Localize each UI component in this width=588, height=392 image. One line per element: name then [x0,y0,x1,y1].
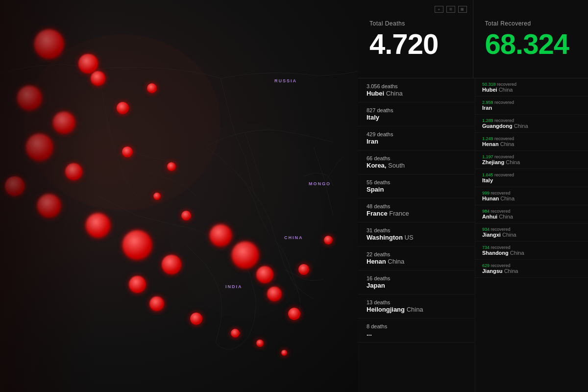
infection-dot [53,112,75,134]
infection-dot [288,308,300,320]
recovered-count: 1.249 recovered [482,136,581,141]
infection-dot [162,255,181,274]
stats-row: ≡ ⊞ ▦ Total Deaths 4.720 Total Recovered… [358,0,588,78]
recovered-count: 1.289 recovered [482,118,581,123]
death-location: Hubei China [367,90,466,97]
infection-dot [122,230,152,260]
infection-dot [267,287,282,301]
infection-dot [298,264,309,275]
recovered-list-item: 1.045 recovered Italy [475,169,588,187]
death-location: France France [367,210,466,217]
map-country-label: CHINA [284,235,303,240]
icon-list[interactable]: ≡ [435,6,443,13]
infection-dot [256,340,264,347]
death-count: 55 deaths [367,179,466,185]
recovered-list-item: 50.318 recovered Hubei China [475,78,588,97]
recovered-list-item: 2.959 recovered Iran [475,97,588,115]
recovered-location: Italy [482,177,581,183]
death-location: Japan [367,282,466,289]
map-country-label: MONGO [309,181,331,186]
infection-dot [91,71,105,86]
map-country-label: INDIA [225,284,243,289]
view-icons: ≡ ⊞ ▦ [435,6,467,13]
svg-point-1 [167,122,323,318]
death-list-item: 22 deaths Henan China [358,246,475,270]
infection-dot [153,193,161,200]
icon-grid[interactable]: ⊞ [446,6,455,13]
infection-dot [210,224,232,246]
infection-dot [281,350,287,356]
recovered-count: 999 recovered [482,191,581,196]
infection-dot [37,194,61,218]
infection-dot [181,211,191,220]
death-list-item: 13 deaths Heilongjiang China [358,294,475,318]
infection-dot [65,163,82,180]
recovered-location: Jiangxi China [482,232,581,238]
recovered-location: Iran [482,105,581,111]
recovered-list-item: 1.289 recovered Guangdong China [475,115,588,133]
map-section: RUSSIAMONGOCHINAINDIA [0,0,358,392]
recovered-location: Anhui China [482,214,581,220]
map-country-label: RUSSIA [274,78,297,83]
deaths-list: 3.056 deaths Hubei China 827 deaths Ital… [358,78,475,392]
recovered-location: Zhejiang China [482,159,581,165]
deaths-value: 4.720 [369,30,438,58]
recovered-count: 1.197 recovered [482,154,581,159]
death-list-item: 55 deaths Spain [358,174,475,198]
icon-qr[interactable]: ▦ [458,6,467,13]
infection-dot [256,266,273,283]
recovered-list-item: 1.197 recovered Zhejiang China [475,151,588,169]
recovered-location: Shandong China [482,250,581,256]
recovered-count: 2.959 recovered [482,100,581,105]
death-list-item: 48 deaths France France [358,198,475,222]
death-count: 8 deaths [367,323,466,329]
total-recovered-box: Total Recovered 68.324 [473,0,588,78]
death-list-item: 31 deaths Washington US [358,222,475,246]
infection-dot [122,147,133,157]
infection-dot [86,213,110,238]
death-location: Spain [367,186,466,193]
death-list-item: 3.056 deaths Hubei China [358,78,475,102]
recovered-list-item: 984 recovered Anhui China [475,205,588,223]
death-list-item: 16 deaths Japan [358,270,475,294]
recovered-location: Hubei China [482,87,581,93]
death-count: 66 deaths [367,155,466,161]
death-list-item: 66 deaths Korea, South [358,150,475,174]
recovered-list-item: 629 recovered Jiangsu China [475,260,588,278]
death-count: 22 deaths [367,251,466,257]
recovered-label: Total Recovered [485,20,531,27]
deaths-label: Total Deaths [369,20,405,27]
infection-dot [34,29,64,59]
recovered-count: 1.045 recovered [482,172,581,177]
recovered-count: 934 recovered [482,227,581,232]
infection-dot [26,134,53,161]
death-location: Iran [367,138,466,145]
recovered-list: 50.318 recovered Hubei China 2.959 recov… [475,78,588,392]
recovered-list-item: 934 recovered Jiangxi China [475,223,588,242]
dashboard: RUSSIAMONGOCHINAINDIA ≡ ⊞ ▦ Total Deaths… [0,0,588,392]
infection-dot [232,242,259,269]
death-list-item: 8 deaths ... [358,318,475,343]
infection-dot [117,102,129,114]
recovered-count: 50.318 recovered [482,82,581,87]
death-count: 16 deaths [367,275,466,281]
recovered-list-item: 734 recovered Shandong China [475,242,588,260]
recovered-list-item: 1.249 recovered Henan China [475,133,588,151]
death-count: 13 deaths [367,299,466,305]
death-list-item: 429 deaths Iran [358,126,475,150]
death-location: Henan China [367,258,466,265]
total-deaths-box: ≡ ⊞ ▦ Total Deaths 4.720 [358,0,473,78]
death-location: Heilongjiang China [367,306,466,313]
death-location: Washington US [367,234,466,241]
recovered-count: 984 recovered [482,209,581,214]
infection-dot [129,276,146,293]
death-location: Korea, South [367,162,466,169]
death-count: 48 deaths [367,203,466,209]
recovered-location: Hunan China [482,196,581,201]
recovered-location: Henan China [482,141,581,147]
death-count: 827 deaths [367,107,466,113]
infection-dot [190,313,202,325]
recovered-count: 734 recovered [482,245,581,250]
right-panel: ≡ ⊞ ▦ Total Deaths 4.720 Total Recovered… [358,0,588,392]
infection-dot [324,236,333,245]
